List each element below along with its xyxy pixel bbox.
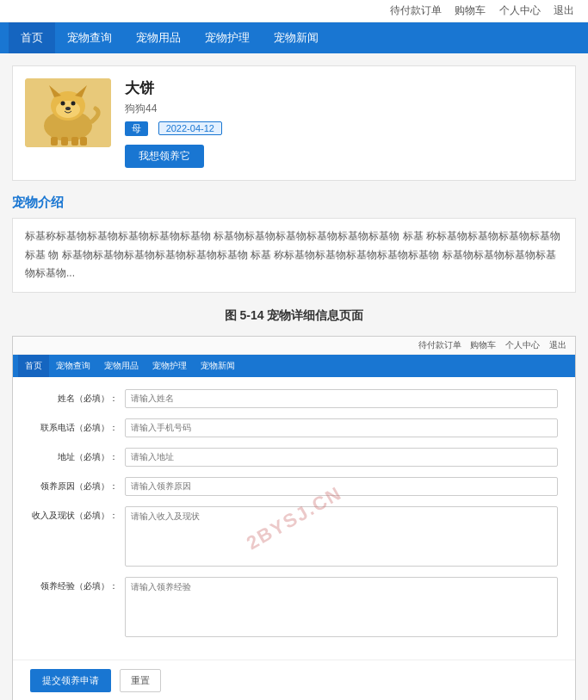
adopt-button[interactable]: 我想领养它 [125,145,204,168]
svg-rect-9 [51,137,58,146]
topbar-logout[interactable]: 退出 [554,4,574,16]
form-label-income: 收入及现状（必填）： [30,506,125,522]
figure1-label: 图 5-14 宠物详细信息页面 [0,308,588,324]
svg-rect-12 [80,137,87,146]
svg-point-6 [61,102,65,106]
topbar-cart[interactable]: 购物车 [455,4,486,16]
pet-details: 大饼 狗狗44 母 2022-04-12 我想领养它 [125,78,563,168]
form-row-reason: 领养原因（必填）： [30,477,558,496]
nav-bar: 首页 宠物查询 宠物用品 宠物护理 宠物新闻 [0,22,588,53]
pet-breed: 狗狗44 [125,102,563,116]
form-label-name: 姓名（必填）： [30,389,125,405]
topbar-orders[interactable]: 待付款订单 [390,4,442,16]
mini-topbar-orders[interactable]: 待付款订单 [418,340,461,350]
form-row-name: 姓名（必填）： [30,389,558,408]
form-label-phone: 联系电话（必填）： [30,418,125,434]
pet-info-row: 大饼 狗狗44 母 2022-04-12 我想领养它 [25,78,563,168]
form-row-experience: 领养经验（必填）： [30,577,558,637]
pet-badges: 母 2022-04-12 [125,121,563,136]
nav-item-pet-goods[interactable]: 宠物用品 [124,22,193,53]
pet-name: 大饼 [125,78,563,98]
svg-point-8 [65,107,71,110]
svg-rect-10 [61,137,68,146]
mini-topbar-profile[interactable]: 个人中心 [505,340,540,350]
svg-point-7 [71,102,76,106]
mini-nav-pet-news[interactable]: 宠物新闻 [194,355,242,377]
mini-nav-bar: 首页 宠物查询 宠物用品 宠物护理 宠物新闻 [13,355,575,377]
topbar-profile[interactable]: 个人中心 [499,4,541,16]
pet-gender-badge: 母 [125,121,148,136]
mini-topbar-logout[interactable]: 退出 [549,340,566,350]
nav-item-pet-query[interactable]: 宠物查询 [55,22,124,53]
submit-button[interactable]: 提交领养申请 [30,669,111,692]
mini-nav-home[interactable]: 首页 [18,355,49,377]
pet-image [25,78,111,147]
pet-intro-text: 标基称标基物标基物标基物标基物标基物 标基物标基物标基物标基物标基物标基物 标基… [12,218,576,293]
mini-nav-pet-care[interactable]: 宠物护理 [145,355,194,377]
form-row-phone: 联系电话（必填）： [30,418,558,437]
mini-top-bar: 待付款订单 购物车 个人中心 退出 [13,337,575,355]
form-textarea-experience[interactable] [125,577,558,637]
form-row-address: 地址（必填）： [30,448,558,467]
nav-item-pet-news[interactable]: 宠物新闻 [262,22,331,53]
form-label-address: 地址（必填）： [30,448,125,463]
form-input-phone[interactable] [125,418,558,437]
reset-button[interactable]: 重置 [120,669,161,692]
mini-nav-pet-query[interactable]: 宠物查询 [49,355,97,377]
form-row-income: 收入及现状（必填）： [30,506,558,567]
svg-rect-11 [71,137,78,146]
pet-detail-card: 大饼 狗狗44 母 2022-04-12 我想领养它 [12,65,576,181]
mini-topbar-cart[interactable]: 购物车 [470,340,496,350]
form-label-reason: 领养原因（必填）： [30,477,125,492]
nav-item-home[interactable]: 首页 [9,22,55,53]
form-actions: 提交领养申请 重置 [13,660,575,700]
form-input-name[interactable] [125,389,558,408]
form-label-experience: 领养经验（必填）： [30,577,125,592]
form-input-reason[interactable] [125,477,558,496]
top-bar: 待付款订单 购物车 个人中心 退出 [0,0,588,22]
form-textarea-income[interactable] [125,506,558,567]
adopt-form-page: 2BYSJ.CN 待付款订单 购物车 个人中心 退出 首页 宠物查询 宠物用品 … [12,336,576,700]
form-input-address[interactable] [125,448,558,467]
pet-intro-title: 宠物介绍 [12,195,576,211]
adopt-form-area: 姓名（必填）： 联系电话（必填）： 地址（必填）： 领养原因（必填）： [13,377,575,660]
nav-item-pet-care[interactable]: 宠物护理 [193,22,262,53]
mini-nav-pet-goods[interactable]: 宠物用品 [97,355,145,377]
pet-date-badge: 2022-04-12 [158,121,222,135]
